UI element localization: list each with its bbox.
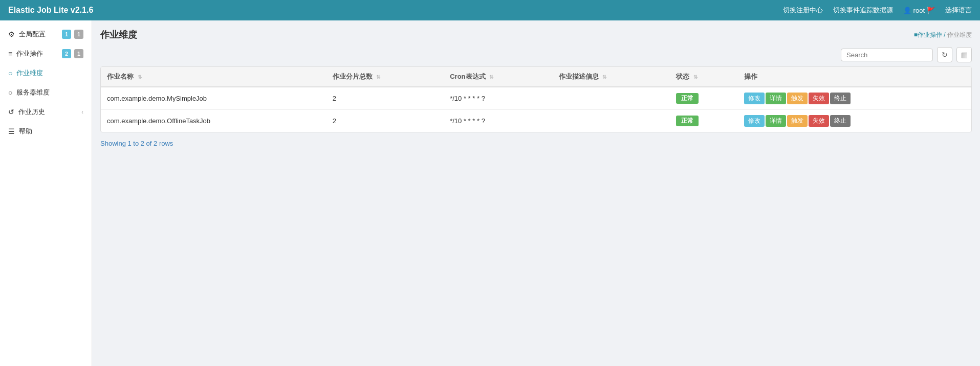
sidebar-item-job-dimension[interactable]: ○ 作业维度 xyxy=(0,63,92,83)
showing-text: Showing 1 to 2 of 2 rows xyxy=(100,138,972,149)
columns-button[interactable]: ▦ xyxy=(956,47,972,62)
col-cron: Cron表达式 ⇅ xyxy=(444,67,552,87)
action-btn-detail[interactable]: 详情 xyxy=(766,93,786,104)
select-language-link[interactable]: 选择语言 xyxy=(945,6,972,15)
cell-description xyxy=(553,110,670,132)
col-job-name: 作业名称 ⇅ xyxy=(101,67,326,87)
sidebar-item-global-config[interactable]: ⚙ 全局配置 1 1 xyxy=(0,25,92,44)
page-title: 作业维度 xyxy=(100,29,137,41)
sidebar-item-job-operations[interactable]: ≡ 作业操作 2 1 xyxy=(0,44,92,63)
sidebar-label-job-operations: 作业操作 xyxy=(16,49,59,58)
sidebar-label-global-config: 全局配置 xyxy=(19,30,59,39)
refresh-button[interactable]: ↻ xyxy=(937,47,952,62)
navbar: Elastic Job Lite v2.1.6 切换注册中心 切换事件追踪数据源… xyxy=(0,0,980,20)
action-btn-fail[interactable]: 失效 xyxy=(809,115,829,127)
table-row: com.example.demo.OfflineTaskJob 2 */10 *… xyxy=(101,110,971,132)
job-operations-icon: ≡ xyxy=(8,50,12,58)
breadcrumb-parent[interactable]: ■作业操作 xyxy=(914,31,942,38)
sort-icon-status: ⇅ xyxy=(693,74,698,80)
badge-ops-1: 2 xyxy=(62,49,71,58)
help-icon: ☰ xyxy=(8,127,15,135)
sidebar-item-job-history[interactable]: ↺ 作业历史 ‹ xyxy=(0,102,92,122)
cell-status: 正常 xyxy=(670,110,738,132)
job-history-arrow: ‹ xyxy=(81,109,83,115)
main-content: 作业维度 ■作业操作 / 作业维度 ↻ ▦ 作业名称 ⇅ xyxy=(92,20,980,366)
sort-icon-cron: ⇅ xyxy=(489,74,493,80)
cell-description xyxy=(553,87,670,110)
app-layout: ⚙ 全局配置 1 1 ≡ 作业操作 2 1 ○ 作业维度 ○ 服务器维度 ↺ 作… xyxy=(0,20,980,366)
sidebar-item-server-dimension[interactable]: ○ 服务器维度 xyxy=(0,83,92,102)
cell-actions: 修改详情触发失效终止 xyxy=(738,87,971,110)
page-header: 作业维度 ■作业操作 / 作业维度 xyxy=(100,29,972,41)
data-table: 作业名称 ⇅ 作业分片总数 ⇅ Cron表达式 ⇅ 作业描述信息 xyxy=(100,66,972,132)
app-brand: Elastic Job Lite v2.1.6 xyxy=(8,6,93,15)
action-btn-trigger[interactable]: 触发 xyxy=(787,115,808,127)
status-badge: 正常 xyxy=(676,93,699,104)
navbar-right: 切换注册中心 切换事件追踪数据源 👤 root 🚩 选择语言 xyxy=(783,6,972,15)
col-shards: 作业分片总数 ⇅ xyxy=(326,67,444,87)
cell-cron: */10 * * * * ? xyxy=(444,87,552,110)
search-input[interactable] xyxy=(841,49,933,61)
cell-cron: */10 * * * * ? xyxy=(444,110,552,132)
action-btn-stop[interactable]: 终止 xyxy=(830,115,851,127)
flag-icon: 🚩 xyxy=(927,7,935,14)
col-actions: 操作 xyxy=(738,67,971,87)
cell-shards: 2 xyxy=(326,87,444,110)
user-icon: 👤 xyxy=(903,7,911,14)
action-btn-trigger[interactable]: 触发 xyxy=(787,93,808,104)
action-btn-fail[interactable]: 失效 xyxy=(809,93,829,104)
cell-job-name: com.example.demo.MySimpleJob xyxy=(101,87,326,110)
table-header-row: 作业名称 ⇅ 作业分片总数 ⇅ Cron表达式 ⇅ 作业描述信息 xyxy=(101,67,971,87)
badge-global-1: 1 xyxy=(62,30,71,39)
sort-icon-job-name: ⇅ xyxy=(138,74,142,80)
cell-status: 正常 xyxy=(670,87,738,110)
status-badge: 正常 xyxy=(676,116,699,126)
sidebar-label-server-dimension: 服务器维度 xyxy=(16,88,83,97)
action-btn-detail[interactable]: 详情 xyxy=(766,115,786,127)
sidebar-label-help: 帮助 xyxy=(19,127,83,136)
job-history-icon: ↺ xyxy=(8,108,14,116)
col-status: 状态 ⇅ xyxy=(670,67,738,87)
sort-icon-description: ⇅ xyxy=(602,74,606,80)
action-btn-edit[interactable]: 修改 xyxy=(744,115,765,127)
toolbar: ↻ ▦ xyxy=(100,47,972,62)
action-btn-edit[interactable]: 修改 xyxy=(744,93,765,104)
cell-shards: 2 xyxy=(326,110,444,132)
sidebar-label-job-dimension: 作业维度 xyxy=(16,68,83,78)
badge-global-2: 1 xyxy=(74,30,83,39)
breadcrumb: ■作业操作 / 作业维度 xyxy=(914,31,972,39)
navbar-user: 👤 root 🚩 xyxy=(903,7,935,14)
switch-event-source-link[interactable]: 切换事件追踪数据源 xyxy=(833,6,893,15)
col-description: 作业描述信息 ⇅ xyxy=(553,67,670,87)
sidebar-item-help[interactable]: ☰ 帮助 xyxy=(0,122,92,141)
job-dimension-icon: ○ xyxy=(8,69,12,77)
server-dimension-icon: ○ xyxy=(8,88,12,97)
global-config-icon: ⚙ xyxy=(8,30,15,38)
breadcrumb-current: 作业维度 xyxy=(947,31,972,38)
sidebar: ⚙ 全局配置 1 1 ≡ 作业操作 2 1 ○ 作业维度 ○ 服务器维度 ↺ 作… xyxy=(0,20,92,366)
switch-registry-link[interactable]: 切换注册中心 xyxy=(783,6,823,15)
badge-ops-2: 1 xyxy=(74,49,83,58)
cell-job-name: com.example.demo.OfflineTaskJob xyxy=(101,110,326,132)
username: root xyxy=(913,7,925,14)
sort-icon-shards: ⇅ xyxy=(376,74,380,80)
cell-actions: 修改详情触发失效终止 xyxy=(738,110,971,132)
table-row: com.example.demo.MySimpleJob 2 */10 * * … xyxy=(101,87,971,110)
breadcrumb-separator: / xyxy=(944,31,947,38)
sidebar-label-job-history: 作业历史 xyxy=(18,107,78,117)
action-btn-stop[interactable]: 终止 xyxy=(830,93,851,104)
